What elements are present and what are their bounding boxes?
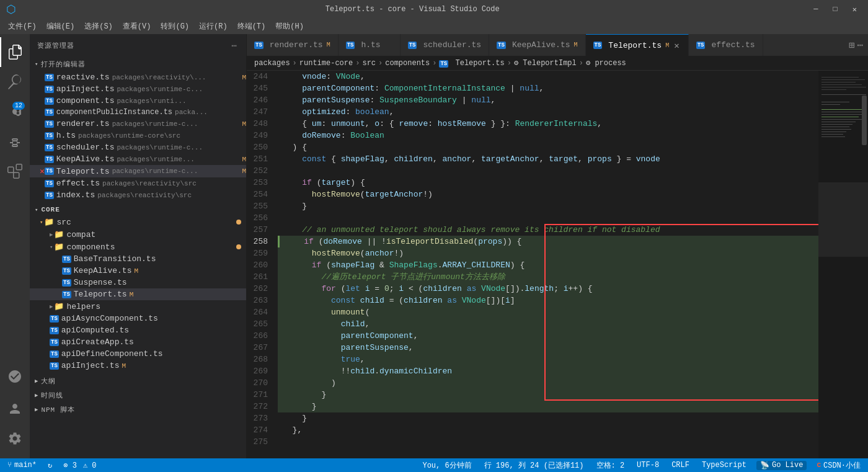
tree-apiasync[interactable]: TS apiAsyncComponent.ts bbox=[30, 313, 246, 324]
code-line-262: for (let i = 0; i < (children as VNode[]… bbox=[278, 283, 818, 295]
open-file-effect[interactable]: TS effect.ts packages\reactivity\src bbox=[30, 177, 246, 189]
breadcrumb-runtime-core[interactable]: runtime-core bbox=[299, 59, 353, 68]
menu-file[interactable]: 文件(F) bbox=[3, 20, 42, 33]
user-info[interactable]: You, 6分钟前 bbox=[420, 460, 474, 471]
open-file-scheduler[interactable]: TS scheduler.ts packages\runtime-c... bbox=[30, 141, 246, 153]
open-file-h[interactable]: TS h.ts packages\runtime-core\src bbox=[30, 130, 246, 141]
spaces-config[interactable]: 空格: 2 bbox=[594, 460, 627, 471]
go-live-button[interactable]: 📡 Go Live bbox=[756, 461, 807, 470]
activity-source-control[interactable]: 12 bbox=[0, 97, 30, 127]
open-file-component[interactable]: TS component.ts packages\runti... bbox=[30, 95, 246, 107]
core-section[interactable]: ▾ CORE bbox=[30, 203, 246, 216]
code-line-253: if (target) { bbox=[278, 177, 818, 189]
open-editors-section[interactable]: ▾ 打开的编辑器 bbox=[30, 57, 246, 71]
open-file-apiinject[interactable]: TS apiInject.ts packages\runtime-c... bbox=[30, 83, 246, 95]
sync-button[interactable]: ↻ bbox=[45, 461, 55, 470]
open-file-renderer[interactable]: TS renderer.ts packages\runtime-c... M bbox=[30, 118, 246, 130]
activity-search[interactable] bbox=[0, 67, 30, 97]
menu-goto[interactable]: 转到(G) bbox=[156, 20, 194, 33]
tab-modified: M bbox=[327, 42, 330, 48]
tree-components[interactable]: ▾ 📁 components bbox=[30, 241, 246, 253]
open-file-reactive[interactable]: TS reactive.ts packages\reactivity\... M bbox=[30, 71, 246, 83]
close-button[interactable]: ✕ bbox=[848, 2, 862, 17]
tab-h[interactable]: TS h.ts bbox=[339, 34, 401, 56]
tab-modified: M bbox=[574, 42, 578, 48]
position-text: 行 196, 列 24 (已选择11) bbox=[484, 460, 584, 471]
minimap bbox=[818, 71, 868, 458]
activity-remote[interactable] bbox=[0, 362, 30, 391]
more-actions-button[interactable]: ⋯ bbox=[857, 39, 863, 51]
tab-effect[interactable]: TS effect.ts bbox=[689, 34, 763, 56]
code-line-244: vnode: VNode, bbox=[278, 71, 818, 82]
split-editor-button[interactable]: ⊞ bbox=[849, 39, 855, 51]
menu-select[interactable]: 选择(S) bbox=[79, 20, 118, 33]
minimize-button[interactable]: ─ bbox=[808, 2, 823, 16]
menu-view[interactable]: 查看(V) bbox=[118, 20, 156, 33]
open-file-componentpublic[interactable]: TS componentPublicInstance.ts packa... bbox=[30, 107, 246, 118]
breadcrumb-packages[interactable]: packages bbox=[254, 59, 290, 68]
cursor-position[interactable]: 行 196, 列 24 (已选择11) bbox=[482, 460, 587, 471]
code-line-249: doRemove: Boolean bbox=[278, 130, 818, 141]
tree-compat[interactable]: ▶ 📁 compat bbox=[30, 228, 246, 241]
activity-account[interactable] bbox=[0, 394, 30, 424]
breadcrumb-file[interactable]: TS Teleport.ts bbox=[439, 59, 504, 68]
menu-terminal[interactable]: 终端(T) bbox=[232, 20, 271, 33]
git-icon: ⑂ bbox=[7, 461, 12, 470]
maximize-button[interactable]: □ bbox=[828, 2, 843, 16]
go-live-text: Go Live bbox=[772, 461, 803, 470]
tree-apicomputed[interactable]: TS apiComputed.ts bbox=[30, 324, 246, 336]
new-file-button[interactable]: ⋯ bbox=[231, 39, 239, 52]
tree-apidefine[interactable]: TS apiDefineComponent.ts bbox=[30, 348, 246, 360]
tabs-bar: TS renderer.ts M TS h.ts TS scheduler.ts… bbox=[247, 34, 868, 56]
ts-icon: TS bbox=[45, 180, 54, 187]
code-line-261: //遍历teleport 子节点进行unmount方法去移除 bbox=[278, 271, 818, 283]
modified-indicator: M bbox=[134, 267, 138, 275]
language-selector[interactable]: TypeScript bbox=[699, 461, 749, 470]
svg-rect-16 bbox=[822, 122, 856, 122]
svg-rect-12 bbox=[822, 112, 862, 112]
tree-basetransition[interactable]: TS BaseTransition.ts bbox=[30, 253, 246, 265]
open-file-keepalive[interactable]: TS KeepAlive.ts packages\runtime... M bbox=[30, 153, 246, 165]
outline-section[interactable]: ▶ 大纲 bbox=[30, 374, 246, 388]
encoding-selector[interactable]: UTF-8 bbox=[634, 461, 662, 470]
tab-teleport[interactable]: TS Teleport.ts M ✕ bbox=[586, 34, 689, 56]
menu-edit[interactable]: 编辑(E) bbox=[42, 20, 80, 33]
tree-suspense[interactable]: TS Suspense.ts bbox=[30, 277, 246, 288]
vscode-icon: ⬡ bbox=[6, 2, 16, 16]
tab-scheduler[interactable]: TS scheduler.ts bbox=[401, 34, 489, 56]
menu-help[interactable]: 帮助(H) bbox=[270, 20, 309, 33]
branch-name: main* bbox=[14, 461, 37, 470]
tree-teleport[interactable]: TS Teleport.ts M bbox=[30, 288, 246, 300]
timeline-section[interactable]: ▶ 时间线 bbox=[30, 388, 246, 403]
tree-src[interactable]: ▾ 📁 src bbox=[30, 216, 246, 228]
breadcrumb-process[interactable]: ⚙ process bbox=[586, 58, 626, 68]
breadcrumb-impl[interactable]: ⚙ TeleportImpl bbox=[514, 58, 577, 68]
code-line-250: ) { bbox=[278, 141, 818, 153]
title-bar: ⬡ Teleport.ts - core - Visual Studio Cod… bbox=[0, 0, 868, 19]
tree-apiinject[interactable]: TS apiInject.ts M bbox=[30, 360, 246, 372]
activity-extensions[interactable] bbox=[0, 156, 30, 186]
open-file-index[interactable]: TS index.ts packages\reactivity\src bbox=[30, 189, 246, 201]
errors-count[interactable]: ⊗ 3 ⚠ 0 bbox=[61, 461, 99, 470]
breadcrumb-components[interactable]: components bbox=[385, 59, 430, 68]
filename: apiComputed.ts bbox=[61, 326, 129, 335]
breadcrumb-src[interactable]: src bbox=[362, 59, 376, 68]
activity-debug[interactable] bbox=[0, 127, 30, 156]
tab-renderer[interactable]: TS renderer.ts M bbox=[247, 34, 339, 56]
line-ending-selector[interactable]: CRLF bbox=[669, 461, 692, 470]
open-file-teleport[interactable]: ✕ TS Teleport.ts packages\runtime-c... M bbox=[30, 165, 246, 177]
activity-explorer[interactable] bbox=[0, 37, 30, 67]
breadcrumb: packages › runtime-core › src › componen… bbox=[247, 56, 868, 71]
code-lines[interactable]: vnode: VNode, parentComponent: Component… bbox=[278, 71, 818, 458]
activity-settings[interactable] bbox=[0, 424, 30, 453]
tree-apicreateapp[interactable]: TS apiCreateApp.ts bbox=[30, 336, 246, 348]
tab-keepalive[interactable]: TS KeepAlive.ts M bbox=[489, 34, 585, 56]
npm-section[interactable]: ▶ NPM 脚本 bbox=[30, 403, 246, 417]
ts-icon: TS bbox=[45, 97, 54, 105]
csdn-badge[interactable]: C CSDN·小佳 bbox=[814, 460, 863, 471]
git-branch[interactable]: ⑂ main* bbox=[5, 461, 39, 470]
tree-helpers[interactable]: ▶ 📁 helpers bbox=[30, 300, 246, 313]
tree-keepalive[interactable]: TS KeepAlive.ts M bbox=[30, 265, 246, 277]
tab-close-button[interactable]: ✕ bbox=[673, 39, 680, 52]
menu-run[interactable]: 运行(R) bbox=[194, 20, 232, 33]
